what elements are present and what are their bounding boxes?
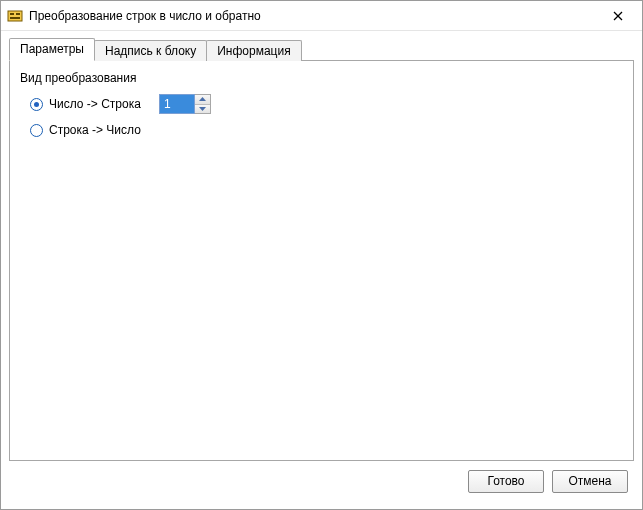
tab-page-parameters: Вид преобразования Число -> Строка bbox=[9, 60, 634, 461]
svg-rect-0 bbox=[8, 11, 22, 21]
client-area: Параметры Надпись к блоку Информация Вид… bbox=[1, 31, 642, 509]
radio-number-to-string[interactable] bbox=[30, 98, 43, 111]
tabstrip: Параметры Надпись к блоку Информация bbox=[9, 37, 634, 60]
tab-block-caption[interactable]: Надпись к блоку bbox=[94, 40, 207, 61]
dialog-window: Преобразование строк в число и обратно П… bbox=[0, 0, 643, 510]
radio-string-to-number[interactable] bbox=[30, 124, 43, 137]
tab-label: Параметры bbox=[20, 42, 84, 56]
close-icon bbox=[613, 11, 623, 21]
titlebar: Преобразование строк в число и обратно bbox=[1, 1, 642, 31]
spinner-buttons bbox=[195, 94, 211, 114]
svg-rect-1 bbox=[10, 13, 14, 15]
close-button[interactable] bbox=[598, 2, 638, 30]
window-title: Преобразование строк в число и обратно bbox=[29, 9, 598, 23]
chevron-up-icon bbox=[199, 97, 206, 101]
tab-label: Информация bbox=[217, 44, 290, 58]
chevron-down-icon bbox=[199, 107, 206, 111]
ok-button[interactable]: Готово bbox=[468, 470, 544, 493]
option-row-number-to-string: Число -> Строка bbox=[20, 93, 623, 115]
tab-information[interactable]: Информация bbox=[206, 40, 301, 61]
spinner-down-button[interactable] bbox=[195, 104, 210, 114]
radio-label[interactable]: Число -> Строка bbox=[49, 97, 149, 111]
app-icon bbox=[7, 8, 23, 24]
dialog-footer: Готово Отмена bbox=[9, 461, 634, 501]
cancel-button[interactable]: Отмена bbox=[552, 470, 628, 493]
radio-label[interactable]: Строка -> Число bbox=[49, 123, 149, 137]
option-row-string-to-number: Строка -> Число bbox=[20, 119, 623, 141]
section-label: Вид преобразования bbox=[20, 71, 623, 85]
svg-rect-2 bbox=[16, 13, 20, 15]
count-spinner bbox=[159, 94, 211, 114]
svg-marker-7 bbox=[199, 107, 206, 111]
tab-label: Надпись к блоку bbox=[105, 44, 196, 58]
tab-parameters[interactable]: Параметры bbox=[9, 38, 95, 61]
svg-marker-6 bbox=[199, 97, 206, 101]
spinner-up-button[interactable] bbox=[195, 95, 210, 104]
svg-rect-3 bbox=[10, 17, 20, 19]
count-input[interactable] bbox=[159, 94, 195, 114]
